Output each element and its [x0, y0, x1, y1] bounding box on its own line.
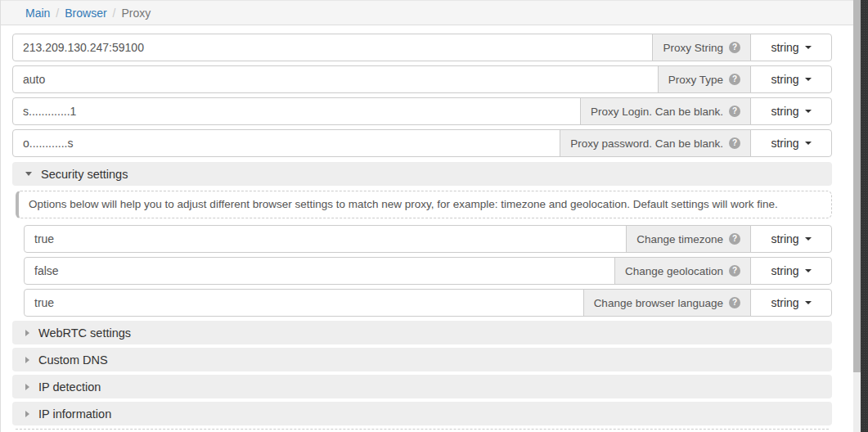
change-timezone-input[interactable] — [24, 225, 627, 253]
caret-right-icon — [25, 357, 29, 363]
caret-down-icon — [805, 46, 812, 49]
help-icon[interactable]: ? — [729, 74, 740, 85]
security-info-box: Options below will help you to adjust di… — [16, 191, 832, 218]
scrollbar-track[interactable] — [853, 0, 861, 432]
proxy-string-label: Proxy String ? — [652, 34, 751, 61]
section-title: WebRTC settings — [38, 326, 131, 340]
section-title: Security settings — [41, 168, 128, 181]
caret-right-icon — [25, 411, 29, 417]
proxy-login-type-dropdown[interactable]: string — [750, 97, 832, 125]
breadcrumb-current-proxy: Proxy — [122, 7, 151, 20]
caret-down-icon — [805, 269, 812, 272]
proxy-type-label: Proxy Type ? — [658, 65, 751, 93]
change-browser-language-type-dropdown[interactable]: string — [750, 289, 832, 317]
field-row-change-geolocation: Change geolocation ? string — [24, 257, 832, 285]
field-label-text: Change timezone — [636, 233, 723, 245]
proxy-type-input[interactable] — [12, 65, 659, 93]
field-label-text: Proxy String — [663, 42, 723, 54]
section-title: IP information — [38, 407, 111, 421]
scrollbar-thumb[interactable] — [853, 0, 861, 372]
field-label-text: Proxy Type — [668, 74, 723, 86]
section-header-custom-dns[interactable]: Custom DNS — [12, 348, 832, 371]
section-header-ip-information[interactable]: IP information — [12, 402, 832, 425]
change-geolocation-label: Change geolocation ? — [614, 257, 751, 285]
section-title: Custom DNS — [38, 353, 108, 367]
change-timezone-type-dropdown[interactable]: string — [750, 225, 832, 253]
proxy-password-input[interactable] — [12, 129, 560, 157]
help-icon[interactable]: ? — [729, 137, 740, 149]
section-title: IP detection — [38, 380, 101, 394]
page-container: Main / Browser / Proxy Proxy String ? st… — [0, 0, 853, 432]
dropdown-value: string — [771, 137, 798, 150]
field-row-change-timezone: Change timezone ? string — [24, 225, 832, 253]
change-geolocation-input[interactable] — [24, 257, 615, 285]
field-row-proxy-login: Proxy Login. Can be blank. ? string — [12, 97, 832, 125]
breadcrumb-link-main[interactable]: Main — [25, 7, 50, 20]
field-label-text: Proxy Login. Can be blank. — [591, 106, 723, 118]
field-row-proxy-password: Proxy password. Can be blank. ? string — [12, 129, 832, 157]
breadcrumb: Main / Browser / Proxy — [1, 0, 853, 25]
change-geolocation-type-dropdown[interactable]: string — [750, 257, 832, 285]
proxy-type-type-dropdown[interactable]: string — [750, 65, 832, 93]
proxy-login-input[interactable] — [12, 97, 581, 125]
field-row-change-browser-language: Change browser language ? string — [24, 289, 832, 317]
caret-down-icon — [805, 142, 812, 145]
field-label-text: Change browser language — [594, 297, 723, 309]
window-edge — [861, 0, 868, 432]
dropdown-value: string — [771, 41, 798, 54]
field-row-proxy-type: Proxy Type ? string — [12, 65, 832, 93]
dropdown-value: string — [771, 264, 798, 277]
caret-down-icon — [25, 172, 32, 176]
proxy-string-input[interactable] — [12, 34, 653, 61]
change-browser-language-input[interactable] — [24, 289, 584, 317]
proxy-password-label: Proxy password. Can be blank. ? — [560, 129, 751, 157]
help-icon[interactable]: ? — [729, 265, 740, 277]
dropdown-value: string — [771, 73, 798, 86]
field-label-text: Proxy password. Can be blank. — [570, 137, 723, 150]
section-header-ip-detection[interactable]: IP detection — [12, 375, 832, 398]
breadcrumb-separator: / — [107, 7, 122, 20]
security-info-text: Options below will help you to adjust di… — [29, 198, 778, 210]
section-header-webrtc-settings[interactable]: WebRTC settings — [12, 321, 832, 344]
change-browser-language-label: Change browser language ? — [583, 289, 751, 317]
field-label-text: Change geolocation — [625, 265, 723, 277]
caret-down-icon — [805, 301, 812, 304]
help-icon[interactable]: ? — [729, 297, 740, 308]
field-row-proxy-string: Proxy String ? string — [12, 34, 832, 61]
caret-right-icon — [25, 384, 29, 390]
caret-down-icon — [805, 110, 812, 113]
section-header-security-settings[interactable]: Security settings — [12, 162, 832, 186]
security-settings-body: Options below will help you to adjust di… — [12, 191, 832, 317]
proxy-login-label: Proxy Login. Can be blank. ? — [580, 97, 751, 125]
caret-down-icon — [805, 78, 812, 81]
dropdown-value: string — [771, 105, 798, 118]
breadcrumb-link-browser[interactable]: Browser — [65, 7, 106, 20]
next-box-top-edge — [16, 429, 829, 432]
breadcrumb-separator: / — [50, 7, 65, 20]
help-icon[interactable]: ? — [729, 42, 740, 53]
proxy-string-type-dropdown[interactable]: string — [750, 34, 832, 61]
proxy-password-type-dropdown[interactable]: string — [750, 129, 832, 157]
dropdown-value: string — [771, 232, 798, 245]
form-content: Proxy String ? string Proxy Type ? strin… — [1, 25, 853, 432]
dropdown-value: string — [771, 296, 798, 309]
help-icon[interactable]: ? — [729, 106, 740, 117]
caret-down-icon — [805, 237, 812, 241]
change-timezone-label: Change timezone ? — [626, 225, 751, 253]
proxy-settings-page: Main / Browser / Proxy Proxy String ? st… — [0, 0, 868, 432]
caret-right-icon — [25, 330, 29, 336]
help-icon[interactable]: ? — [729, 233, 740, 245]
security-settings-rows: Change timezone ? string Change geolocat… — [24, 225, 832, 317]
